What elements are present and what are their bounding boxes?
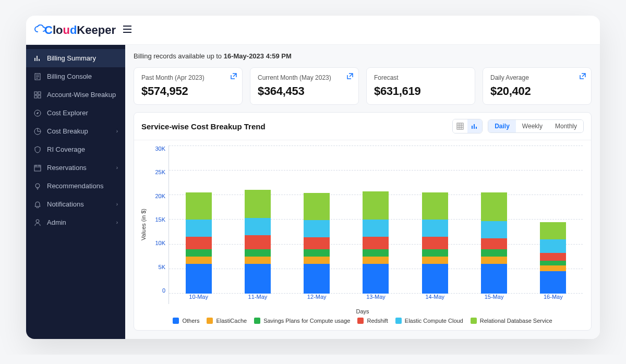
sidebar-item-cost-breakup[interactable]: Cost Breakup› <box>26 122 125 140</box>
bell-icon <box>33 201 42 208</box>
bar-segment-redshift[interactable] <box>363 237 389 249</box>
bar-segment-relational-database-service[interactable] <box>540 222 566 239</box>
bar-segment-savings-plans-for-compute-usage[interactable] <box>363 249 389 257</box>
bar-segment-relational-database-service[interactable] <box>245 190 271 218</box>
legend-label: Elastic Compute Cloud <box>405 318 463 324</box>
sidebar-item-billing-summary[interactable]: Billing Summary <box>26 49 125 67</box>
sidebar-item-account-wise-breakup[interactable]: Account-Wise Breakup <box>26 86 125 104</box>
bar-segment-savings-plans-for-compute-usage[interactable] <box>245 249 271 257</box>
table-view-button[interactable] <box>453 119 467 133</box>
card-value: $364,453 <box>258 84 351 98</box>
sidebar-item-cost-explorer[interactable]: Cost Explorer <box>26 104 125 122</box>
popout-icon[interactable] <box>346 72 354 80</box>
bar-segment-others[interactable] <box>540 271 566 294</box>
bar-segment-others[interactable] <box>422 264 448 294</box>
sidebar-item-billing-console[interactable]: Billing Console <box>26 67 125 86</box>
bar-segment-others[interactable] <box>363 264 389 294</box>
bar-segment-elastic-compute-cloud[interactable] <box>304 220 330 237</box>
bar-column[interactable] <box>304 145 330 294</box>
bar-segment-elasticache[interactable] <box>481 257 507 264</box>
x-axis: 10-May11-May12-May13-May14-May15-May16-M… <box>169 294 583 304</box>
records-timestamp: Billing records available up to 16-May-2… <box>134 52 592 60</box>
sidebar-item-label: Notifications <box>47 200 84 208</box>
range-weekly-button[interactable]: Weekly <box>516 120 549 132</box>
sidebar-item-reservations[interactable]: Reservations› <box>26 159 125 177</box>
bar-segment-relational-database-service[interactable] <box>481 192 507 221</box>
sidebar-item-label: Admin <box>47 219 66 226</box>
sidebar-item-label: Cost Breakup <box>47 127 88 135</box>
bar-segment-redshift[interactable] <box>245 235 271 249</box>
sidebar-item-recommendations[interactable]: Recommendations <box>26 177 125 195</box>
bar-segment-savings-plans-for-compute-usage[interactable] <box>186 249 212 257</box>
bar-segment-elasticache[interactable] <box>245 257 271 264</box>
user-icon <box>33 219 42 226</box>
bar-segment-elastic-compute-cloud[interactable] <box>363 220 389 237</box>
sidebar-item-notifications[interactable]: Notifications› <box>26 195 125 213</box>
range-monthly-button[interactable]: Monthly <box>549 120 583 132</box>
x-axis-label: Days <box>134 307 591 314</box>
popout-icon[interactable] <box>579 72 587 80</box>
sidebar-item-admin[interactable]: Admin› <box>26 213 125 232</box>
bar-segment-relational-database-service[interactable] <box>363 191 389 220</box>
legend-swatch <box>471 318 477 324</box>
bar-segment-elastic-compute-cloud[interactable] <box>245 218 271 235</box>
popout-icon[interactable] <box>230 72 238 80</box>
bar-segment-elasticache[interactable] <box>186 257 212 264</box>
panel-title: Service-wise Cost Breakup Trend <box>141 122 266 131</box>
light-icon <box>33 183 42 190</box>
bar-column[interactable] <box>481 145 507 294</box>
bar-segment-elasticache[interactable] <box>363 257 389 264</box>
card-value: $631,619 <box>374 84 467 98</box>
y-tick: 5K <box>148 264 168 270</box>
bar-segment-elastic-compute-cloud[interactable] <box>422 220 448 237</box>
bar-segment-others[interactable] <box>481 264 507 294</box>
view-toggle <box>452 119 483 134</box>
bar-segment-savings-plans-for-compute-usage[interactable] <box>422 249 448 257</box>
legend-swatch <box>173 318 179 324</box>
y-tick: 25K <box>148 169 168 175</box>
bar-column[interactable] <box>186 145 212 294</box>
bar-column[interactable] <box>540 145 566 294</box>
range-toggle: DailyWeeklyMonthly <box>488 119 584 133</box>
card-label: Past Month (Apr 2023) <box>141 74 235 81</box>
summary-cards: Past Month (Apr 2023)$574,952Current Mon… <box>134 67 592 105</box>
sidebar-item-label: Reservations <box>47 164 87 172</box>
legend-swatch <box>207 318 213 324</box>
sidebar-item-ri-coverage[interactable]: RI Coverage <box>26 140 125 159</box>
bar-segment-elasticache[interactable] <box>304 257 330 264</box>
svg-rect-4 <box>38 95 41 98</box>
bar-column[interactable] <box>422 145 448 294</box>
bar-segment-relational-database-service[interactable] <box>304 193 330 220</box>
bar-column[interactable] <box>363 145 389 294</box>
bar-segment-savings-plans-for-compute-usage[interactable] <box>304 249 330 257</box>
bar-segment-others[interactable] <box>186 264 212 294</box>
chevron-right-icon: › <box>116 201 118 207</box>
bar-segment-savings-plans-for-compute-usage[interactable] <box>540 261 566 265</box>
bar-segment-savings-plans-for-compute-usage[interactable] <box>481 249 507 257</box>
brand-part-lo: lo <box>53 23 63 37</box>
bar-column[interactable] <box>245 145 271 294</box>
bar-segment-others[interactable] <box>245 264 271 294</box>
bar-segment-relational-database-service[interactable] <box>422 192 448 220</box>
summary-card: Current Month (May 2023)$364,453 <box>250 67 359 105</box>
bar-segment-elasticache[interactable] <box>422 257 448 264</box>
chevron-right-icon: › <box>116 165 118 171</box>
bar-segment-relational-database-service[interactable] <box>186 192 212 220</box>
bar-segment-elastic-compute-cloud[interactable] <box>540 239 566 253</box>
bar-segment-redshift[interactable] <box>304 237 330 249</box>
bar-segment-redshift[interactable] <box>481 238 507 249</box>
bar-segment-elastic-compute-cloud[interactable] <box>186 220 212 237</box>
bar-segment-others[interactable] <box>304 264 330 294</box>
legend-swatch <box>254 318 260 324</box>
bar-segment-redshift[interactable] <box>422 237 448 249</box>
menu-toggle-icon[interactable] <box>123 26 131 35</box>
brand-part-keeper: Keeper <box>77 23 116 37</box>
chart-view-button[interactable] <box>467 119 482 133</box>
range-daily-button[interactable]: Daily <box>488 120 516 132</box>
bar-segment-elasticache[interactable] <box>540 265 566 271</box>
bar-segment-redshift[interactable] <box>540 253 566 260</box>
legend-item: Savings Plans for Compute usage <box>254 318 350 324</box>
bar-segment-elastic-compute-cloud[interactable] <box>481 221 507 238</box>
card-label: Current Month (May 2023) <box>258 74 351 81</box>
bar-segment-redshift[interactable] <box>186 237 212 249</box>
